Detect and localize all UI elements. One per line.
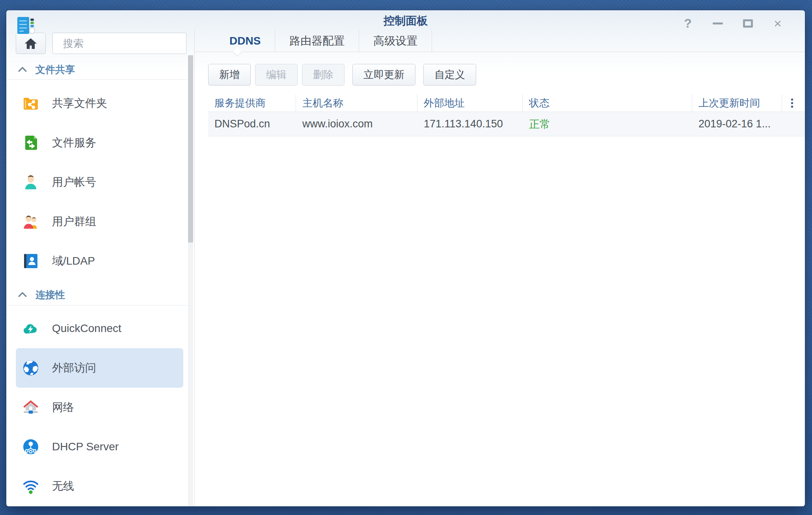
add-button[interactable]: 新增 <box>208 64 251 86</box>
domain-ldap-icon <box>22 252 39 270</box>
ddns-table: 服务提供商 主机名称 外部地址 状态 上次更新时间 DNSPod.cn <box>208 95 805 136</box>
sidebar-item-label: 用户帐号 <box>52 175 96 190</box>
cell-last-update: 2019-02-16 1... <box>692 112 782 136</box>
toolbar: 新增 编辑 删除 立即更新 自定义 <box>208 64 805 86</box>
cell-external-address: 171.113.140.150 <box>417 112 523 136</box>
home-icon <box>24 37 37 50</box>
column-settings-icon[interactable] <box>789 96 795 110</box>
cell-status: 正常 <box>523 112 692 136</box>
maximize-button[interactable] <box>741 17 754 29</box>
maximize-icon <box>743 19 753 28</box>
chevron-up-icon <box>18 292 27 297</box>
sidebar-item-label: 无线 <box>52 479 74 494</box>
shared-folder-icon <box>22 95 39 112</box>
column-header-provider[interactable]: 服务提供商 <box>208 95 296 112</box>
delete-button[interactable]: 删除 <box>302 64 345 86</box>
sidebar-item-dhcp-server[interactable]: DHCP Server <box>16 427 183 466</box>
sidebar-item-domain-ldap[interactable]: 域/LDAP <box>16 241 183 281</box>
section-label: 文件共享 <box>35 63 75 76</box>
column-header-last-update[interactable]: 上次更新时间 <box>692 95 782 112</box>
sidebar-item-external-access[interactable]: 外部访问 <box>16 348 183 388</box>
update-now-button[interactable]: 立即更新 <box>352 64 415 86</box>
titlebar[interactable]: 控制面板 ? × <box>6 10 805 30</box>
sidebar-item-label: DHCP Server <box>52 440 119 453</box>
sidebar-item-label: 共享文件夹 <box>52 96 107 111</box>
column-menu-cell <box>782 95 805 112</box>
network-icon <box>22 399 39 416</box>
chevron-up-icon <box>18 67 27 72</box>
dhcp-server-icon <box>22 438 39 455</box>
sidebar-item-user-accounts[interactable]: 用户帐号 <box>16 162 183 202</box>
column-header-status[interactable]: 状态 <box>523 95 692 112</box>
tab-router-configuration[interactable]: 路由器配置 <box>275 30 359 52</box>
column-header-external-address[interactable]: 外部地址 <box>417 95 523 112</box>
cell-hostname: www.ioiox.com <box>296 112 417 136</box>
sidebar: 文件共享 <box>6 30 195 506</box>
section-header-file-sharing[interactable]: 文件共享 <box>6 54 187 80</box>
edit-button[interactable]: 编辑 <box>255 64 298 86</box>
sidebar-scrollbar-thumb[interactable] <box>188 55 193 243</box>
sidebar-item-file-services[interactable]: 文件服务 <box>16 123 183 162</box>
tab-bar: DDNS 路由器配置 高级设置 <box>195 30 805 52</box>
file-service-icon <box>22 134 39 151</box>
sidebar-item-user-groups[interactable]: 用户群组 <box>16 202 183 241</box>
tab-label: DDNS <box>229 35 261 47</box>
main-content: DDNS 路由器配置 高级设置 新增 编辑 删除 立即更新 自定义 <box>195 30 805 506</box>
sidebar-item-label: 域/LDAP <box>52 254 95 269</box>
sidebar-item-quickconnect[interactable]: QuickConnect <box>16 309 183 348</box>
external-access-icon <box>22 359 39 377</box>
table-row[interactable]: DNSPod.cn www.ioiox.com 171.113.140.150 … <box>208 112 805 136</box>
cell-menu <box>782 112 805 136</box>
search-input[interactable] <box>63 37 195 50</box>
customize-button[interactable]: 自定义 <box>423 64 476 86</box>
help-button[interactable]: ? <box>681 17 695 29</box>
tab-advanced-settings[interactable]: 高级设置 <box>359 30 432 52</box>
search-box[interactable] <box>52 33 186 54</box>
desktop-background: 控制面板 ? × <box>0 0 812 515</box>
minimize-icon <box>713 22 723 24</box>
sidebar-item-label: QuickConnect <box>52 322 121 335</box>
home-button[interactable] <box>16 33 46 54</box>
user-group-icon <box>22 213 39 230</box>
sidebar-scrollbar[interactable] <box>188 55 193 506</box>
tab-ddns[interactable]: DDNS <box>215 30 275 52</box>
user-account-icon <box>22 174 39 191</box>
sidebar-item-network[interactable]: 网络 <box>16 388 183 427</box>
minimize-button[interactable] <box>711 17 724 29</box>
quickconnect-icon <box>22 320 39 337</box>
sidebar-item-label: 文件服务 <box>52 135 96 150</box>
cell-provider: DNSPod.cn <box>208 112 296 136</box>
sidebar-item-label: 外部访问 <box>52 360 96 375</box>
control-panel-app-icon <box>16 15 36 35</box>
tab-label: 路由器配置 <box>289 34 345 49</box>
tab-label: 高级设置 <box>373 34 417 49</box>
section-header-connectivity[interactable]: 连接性 <box>6 281 187 306</box>
close-button[interactable]: × <box>771 17 784 29</box>
table-header: 服务提供商 主机名称 外部地址 状态 上次更新时间 <box>208 95 805 112</box>
control-panel-window: 控制面板 ? × <box>6 10 805 506</box>
wireless-icon <box>22 478 39 495</box>
sidebar-item-label: 用户群组 <box>52 214 96 229</box>
sidebar-item-wireless[interactable]: 无线 <box>16 466 183 506</box>
sidebar-item-shared-folder[interactable]: 共享文件夹 <box>16 84 183 123</box>
sidebar-item-label: 网络 <box>52 400 74 415</box>
column-header-hostname[interactable]: 主机名称 <box>296 95 417 112</box>
section-label: 连接性 <box>35 288 65 301</box>
